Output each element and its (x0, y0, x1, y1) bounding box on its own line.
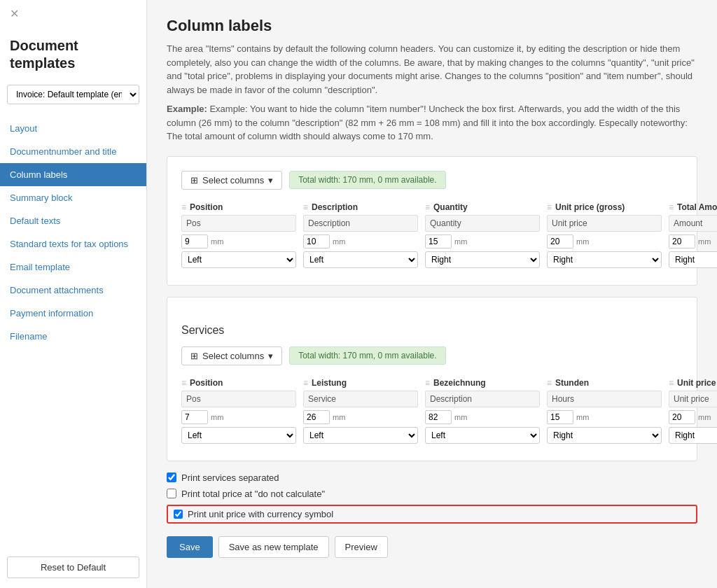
save-as-new-button[interactable]: Save as new template (218, 536, 329, 558)
col-mm-input-items-2[interactable] (425, 234, 452, 248)
col-mm-label-items-0: mm (211, 237, 223, 246)
col-label-input-items-1[interactable] (303, 215, 418, 232)
col-align-select-svc-3[interactable]: LeftCenterRight (547, 427, 662, 444)
checkbox-0[interactable] (167, 472, 176, 482)
col-align-select-svc-1[interactable]: LeftCenterRight (303, 427, 418, 444)
col-mm-input-items-3[interactable] (547, 234, 573, 248)
col-mm-input-svc-1[interactable] (303, 410, 330, 424)
col-mm-row-svc-4: mm (669, 410, 717, 424)
col-header-items-1: ≡Description (303, 202, 418, 212)
col-mm-input-items-4[interactable] (669, 234, 695, 248)
col-label-input-svc-1[interactable] (303, 391, 418, 407)
close-icon[interactable]: ✕ (0, 0, 146, 27)
col-mm-input-svc-3[interactable] (547, 410, 573, 424)
template-select[interactable]: Invoice: Default template (englisl (7, 85, 139, 104)
col-mm-label-svc-3: mm (576, 413, 589, 421)
col-header-items-2: ≡Quantity (425, 202, 540, 212)
col-align-select-items-3[interactable]: LeftCenterRight (547, 251, 662, 268)
items-total-width-badge: Total width: 170 mm, 0 mm available. (289, 171, 445, 189)
col-align-select-items-2[interactable]: LeftCenterRight (425, 251, 540, 268)
col-label-input-svc-2[interactable] (425, 391, 540, 407)
col-mm-row-svc-0: mm (181, 410, 296, 424)
checkbox-label-2: Print unit price with currency symbol (188, 509, 333, 519)
col-mm-input-svc-2[interactable] (425, 410, 452, 424)
col-mm-label-items-3: mm (576, 237, 589, 246)
col-label-input-svc-4[interactable] (669, 391, 717, 407)
col-align-select-svc-4[interactable]: LeftCenterRight (669, 427, 717, 444)
sidebar-item-email-template[interactable]: Email template (0, 255, 146, 279)
sidebar-item-docnumber[interactable]: Documentnumber and title (0, 140, 146, 163)
services-columns-grid: ≡PositionmmLeftCenterRight≡LeistungmmLef… (181, 378, 683, 444)
page-example: Example: Example: You want to hide the c… (167, 102, 697, 144)
services-section-header: ⊞ Select columns ▾ Total width: 170 mm, … (181, 346, 683, 365)
col-header-svc-2: ≡Bezeichnung (425, 378, 540, 388)
checkbox-label-1: Print total price at "do not calculate" (181, 489, 325, 499)
col-block-items-2: ≡QuantitymmLeftCenterRight (425, 202, 540, 268)
sidebar-item-payment-info[interactable]: Payment information (0, 302, 146, 325)
col-label-input-items-2[interactable] (425, 215, 540, 232)
table-icon-services: ⊞ (190, 351, 198, 361)
items-select-columns-button[interactable]: ⊞ Select columns ▾ (181, 171, 282, 190)
col-align-select-svc-2[interactable]: LeftCenterRight (425, 427, 540, 444)
sidebar-nav: LayoutDocumentnumber and titleColumn lab… (0, 117, 146, 547)
col-mm-row-items-1: mm (303, 234, 418, 248)
sidebar-item-summary-block[interactable]: Summary block (0, 186, 146, 209)
col-mm-label-items-4: mm (698, 237, 711, 246)
col-label-input-items-3[interactable] (547, 215, 662, 232)
reset-to-default-button[interactable]: Reset to Default (7, 556, 139, 578)
reset-button-container: Reset to Default (7, 556, 139, 578)
col-header-svc-3: ≡Stunden (547, 378, 662, 388)
col-mm-input-items-0[interactable] (181, 234, 208, 248)
col-label-input-items-0[interactable] (181, 215, 296, 232)
col-mm-input-items-1[interactable] (303, 234, 330, 248)
checkbox-2[interactable] (174, 510, 183, 519)
col-mm-row-items-3: mm (547, 234, 662, 248)
services-total-width-badge: Total width: 170 mm, 0 mm available. (289, 346, 445, 365)
preview-button[interactable]: Preview (335, 536, 388, 558)
services-select-columns-button[interactable]: ⊞ Select columns ▾ (181, 346, 282, 365)
sidebar-title: Document templates (0, 27, 146, 85)
col-mm-row-items-4: mm (669, 234, 717, 248)
col-label-input-items-4[interactable] (669, 215, 717, 232)
drag-icon-items-3: ≡ (547, 202, 552, 212)
drag-icon-svc-4: ≡ (669, 378, 674, 388)
col-align-select-items-0[interactable]: LeftCenterRight (181, 251, 296, 268)
col-align-select-svc-0[interactable]: LeftCenterRight (181, 427, 296, 444)
chevron-down-icon-services: ▾ (268, 351, 273, 361)
highlighted-checkbox-wrapper: Print unit price with currency symbol (167, 505, 697, 524)
bottom-actions: Save Save as new template Preview (167, 536, 697, 558)
sidebar-item-column-labels[interactable]: Column labels (0, 163, 146, 186)
col-header-label-items-4: Total Amount (gross) (677, 202, 717, 212)
col-header-svc-0: ≡Position (181, 378, 296, 388)
col-align-select-items-1[interactable]: LeftCenterRight (303, 251, 418, 268)
sidebar-item-default-texts[interactable]: Default texts (0, 209, 146, 232)
col-header-label-items-2: Quantity (433, 202, 468, 212)
main-content: Column labels The area "Items" contains … (147, 0, 717, 588)
col-header-label-svc-4: Unit price (net) (677, 378, 717, 388)
services-section-title: Services (181, 324, 683, 337)
col-mm-input-svc-0[interactable] (181, 410, 208, 424)
col-mm-label-svc-4: mm (698, 413, 711, 421)
checkbox-1[interactable] (167, 489, 176, 498)
col-mm-input-svc-4[interactable] (669, 410, 695, 424)
checkboxes-section: Print services separatedPrint total pric… (167, 472, 697, 524)
save-button[interactable]: Save (167, 536, 213, 558)
sidebar-item-standard-texts-tax[interactable]: Standard texts for tax options (0, 232, 146, 255)
col-label-input-svc-0[interactable] (181, 391, 296, 407)
checkbox-row-0: Print services separated (167, 472, 697, 483)
col-block-items-0: ≡PositionmmLeftCenterRight (181, 202, 296, 268)
col-block-svc-3: ≡StundenmmLeftCenterRight (547, 378, 662, 444)
drag-icon-svc-1: ≡ (303, 378, 308, 388)
sidebar-item-layout[interactable]: Layout (0, 117, 146, 140)
col-label-input-svc-3[interactable] (547, 391, 662, 407)
col-block-items-3: ≡Unit price (gross)mmLeftCenterRight (547, 202, 662, 268)
sidebar-item-filename[interactable]: Filename (0, 325, 146, 348)
col-header-items-3: ≡Unit price (gross) (547, 202, 662, 212)
col-mm-row-svc-3: mm (547, 410, 662, 424)
col-header-svc-4: ≡Unit price (net) (669, 378, 717, 388)
col-header-label-items-0: Position (190, 202, 223, 212)
items-card: ⊞ Select columns ▾ Total width: 170 mm, … (167, 156, 697, 286)
drag-icon-items-2: ≡ (425, 202, 430, 212)
sidebar-item-doc-attachments[interactable]: Document attachments (0, 279, 146, 302)
col-align-select-items-4[interactable]: LeftCenterRight (669, 251, 717, 268)
